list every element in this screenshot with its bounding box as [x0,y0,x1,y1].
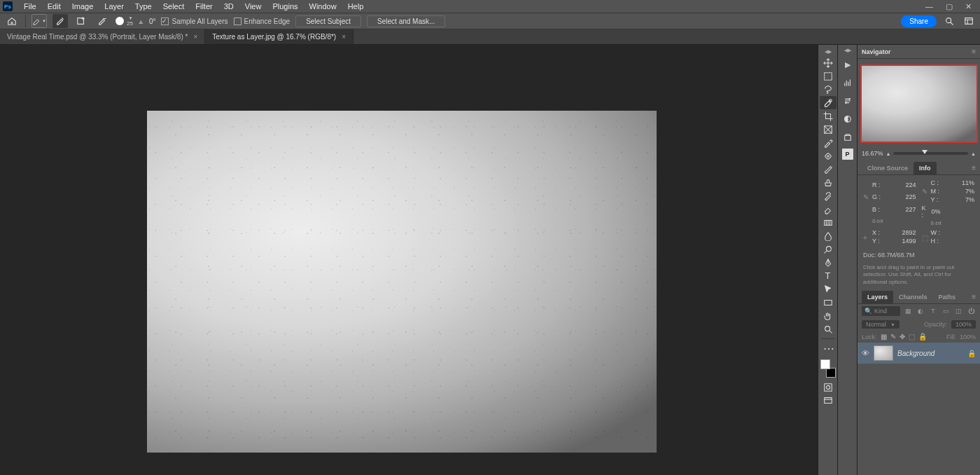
blend-mode-dropdown[interactable]: Normal▼ [862,320,899,329]
opacity-value[interactable]: 100% [951,320,976,329]
menu-edit[interactable]: Edit [42,0,66,13]
panel-menu-icon[interactable]: ≡ [972,164,976,172]
home-button[interactable] [4,14,20,28]
eyedropper-tool[interactable] [820,136,836,149]
menu-filter[interactable]: Filter [190,0,218,13]
search-icon[interactable] [942,14,956,28]
lock-image-icon[interactable]: ✎ [890,333,896,340]
canvas-area[interactable] [0,45,818,475]
filter-pixel-icon[interactable]: ▦ [903,306,913,316]
lock-position-icon[interactable]: ✥ [899,333,905,340]
fill-value[interactable]: 100% [960,333,976,340]
zoom-slider[interactable] [893,152,968,155]
window-minimize-icon[interactable]: — [925,2,933,11]
properties-panel-icon[interactable] [841,94,855,108]
enhance-edge-checkbox[interactable]: Enhance Edge [234,18,290,25]
lock-transparency-icon[interactable]: ▦ [881,333,887,340]
blur-tool[interactable] [820,229,836,242]
healing-brush-tool[interactable] [820,149,836,163]
histogram-panel-icon[interactable] [841,76,855,90]
lock-artboard-icon[interactable]: ⬚ [909,333,915,340]
background-color-swatch[interactable] [826,368,836,378]
workspace-switcher-icon[interactable] [962,14,976,28]
sample-all-layers-checkbox[interactable]: Sample All Layers [161,18,227,25]
marquee-tool[interactable] [820,69,836,83]
filter-smart-icon[interactable]: ◫ [953,306,963,316]
menu-view[interactable]: View [239,0,267,13]
menu-file[interactable]: File [18,0,42,13]
layer-filter-kind[interactable]: 🔍Kind [862,306,900,316]
brush-tool[interactable] [820,163,836,176]
adjustments-panel-icon[interactable] [841,112,855,126]
menu-window[interactable]: Window [304,0,342,13]
filter-type-icon[interactable]: T [928,306,938,316]
brush-angle-value[interactable]: 0° [149,18,156,25]
menu-select[interactable]: Select [158,0,190,13]
type-tool[interactable]: T [820,269,836,282]
pen-tool[interactable] [820,256,836,269]
zoom-tool[interactable] [820,322,836,336]
select-subject-button[interactable]: Select Subject [295,15,361,27]
gradient-tool[interactable] [820,216,836,229]
quick-mask-icon[interactable] [820,380,836,394]
edit-toolbar-icon[interactable]: ⋯ [820,342,836,355]
layer-row[interactable]: 👁 Background 🔒 [858,343,980,364]
clone-stamp-tool[interactable] [820,176,836,189]
quick-selection-tool[interactable] [820,96,836,109]
window-maximize-icon[interactable]: ▢ [946,2,953,11]
eraser-tool[interactable] [820,202,836,216]
move-tool[interactable] [820,56,836,69]
zoom-level-value[interactable]: 16.67% [862,150,883,157]
frame-tool[interactable] [820,123,836,136]
layer-name[interactable]: Background [897,350,963,357]
screen-mode-icon[interactable] [820,394,836,407]
menu-help[interactable]: Help [342,0,370,13]
tab-layers[interactable]: Layers [862,291,893,303]
patterns-panel-icon[interactable]: P [842,149,853,160]
layer-visibility-icon[interactable]: 👁 [862,349,869,357]
zoom-in-icon[interactable]: ▲ [971,151,976,156]
tool-preset-picker[interactable]: ▼ [31,14,47,28]
tab-close-icon[interactable]: × [342,33,346,41]
layer-lock-icon[interactable]: 🔒 [967,350,976,357]
zoom-out-icon[interactable]: ▲ [886,151,891,156]
quick-select-add-icon[interactable] [52,14,68,28]
panel-collapse-icon[interactable]: ◀▶ [825,48,832,56]
filter-toggle-icon[interactable]: ⏻ [966,306,976,316]
libraries-panel-icon[interactable] [841,130,855,144]
lock-all-icon[interactable]: 🔒 [918,333,927,340]
panel-menu-icon[interactable]: ≡ [972,48,976,55]
tab-close-icon[interactable]: × [193,33,197,41]
dodge-tool[interactable] [820,242,836,256]
menu-image[interactable]: Image [66,0,99,13]
menu-plugins[interactable]: Plugins [267,0,303,13]
document-tab[interactable]: Texture as Layer.jpg @ 16.7% (RGB/8*)× [205,29,354,44]
quick-select-new-icon[interactable] [74,14,89,28]
quick-select-subtract-icon[interactable] [94,14,110,28]
crop-tool[interactable] [820,109,836,123]
color-swatches[interactable] [820,359,836,378]
tab-info[interactable]: Info [913,162,937,174]
hand-tool[interactable] [820,309,836,322]
foreground-color-swatch[interactable] [820,359,830,369]
lasso-tool[interactable] [820,83,836,96]
navigator-thumbnail[interactable] [860,64,978,143]
window-close-icon[interactable]: ✕ [965,2,972,11]
layer-thumbnail[interactable] [874,345,893,361]
document-tab[interactable]: Vintage Real Time.psd @ 33.3% (Portrait,… [0,29,205,44]
filter-shape-icon[interactable]: ▭ [941,306,951,316]
history-brush-tool[interactable] [820,189,836,202]
tab-paths[interactable]: Paths [933,291,962,303]
menu-type[interactable]: Type [130,0,158,13]
select-and-mask-button[interactable]: Select and Mask... [367,15,445,27]
share-button[interactable]: Share [901,15,937,27]
panel-collapse-icon[interactable]: ◀▶ [844,48,851,53]
brush-picker[interactable]: ▼ 25 [115,16,133,27]
menu-3d[interactable]: 3D [218,0,239,13]
rectangle-tool[interactable] [820,296,836,309]
tab-channels[interactable]: Channels [893,291,933,303]
actions-panel-icon[interactable]: ▶ [841,57,855,71]
menu-layer[interactable]: Layer [99,0,130,13]
filter-adjust-icon[interactable]: ◐ [916,306,925,316]
panel-menu-icon[interactable]: ≡ [972,293,976,301]
